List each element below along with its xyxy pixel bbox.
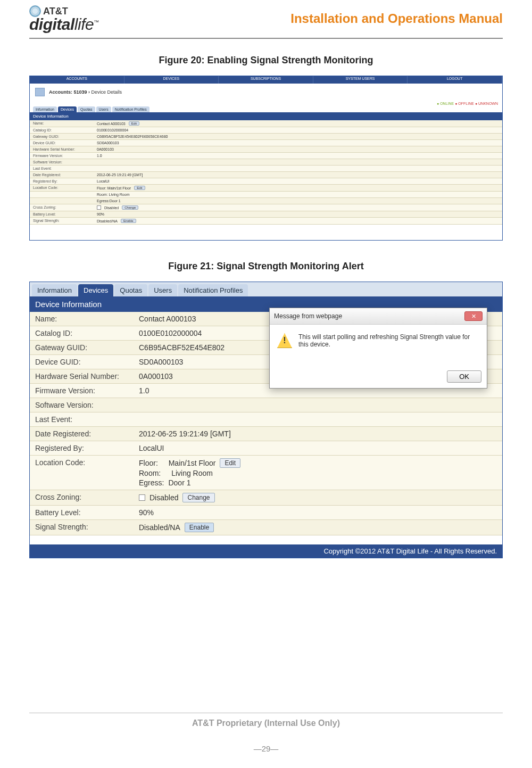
- header-rule: [29, 38, 503, 39]
- tab-information[interactable]: Information: [33, 106, 57, 112]
- nav-system-users[interactable]: SYSTEM USERS: [313, 76, 408, 84]
- tab-quotas[interactable]: Quotas: [78, 106, 95, 112]
- row-value: LocalUI: [134, 441, 502, 455]
- section-head: Device Information: [30, 112, 502, 120]
- table-row: Last Event:: [30, 412, 502, 427]
- row-value: 0A000103: [94, 146, 502, 152]
- row-label: Software Version:: [30, 159, 94, 165]
- row-label: Firmware Version:: [30, 384, 134, 398]
- checkbox[interactable]: [97, 205, 101, 210]
- table-row: Name:Contact A000103Edit: [30, 120, 502, 127]
- egress-value: Door 1: [168, 478, 190, 487]
- figure21-caption: Figure 21: Signal Strength Monitoring Al…: [29, 261, 503, 272]
- row-label: Last Event:: [30, 166, 94, 171]
- nav-accounts[interactable]: ACCOUNTS: [30, 76, 124, 84]
- row-value: Disabled/NAEnable: [94, 218, 502, 224]
- table-row: Registered By:LocalUI: [30, 441, 502, 456]
- table-row: Last Event:: [30, 166, 502, 172]
- change-cross-zoning-button[interactable]: Change: [182, 493, 214, 502]
- table-row: Catalog ID:0100E0102000004: [30, 127, 502, 134]
- room-label: Room:: [139, 469, 161, 477]
- table-row: Location Code:Floor: Main/1st FloorEdit: [30, 185, 502, 192]
- table-row: Device GUID:SD0A000103: [30, 140, 502, 146]
- row-value: DisabledChange: [94, 204, 502, 211]
- table-row: Gateway GUID:C6B95ACBF52E454E802F660658C…: [30, 134, 502, 140]
- row-label: Name:: [30, 312, 134, 326]
- dialog-close-button[interactable]: ✕: [464, 311, 483, 321]
- row-label: Registered By:: [30, 441, 134, 455]
- row-cross-zoning: Cross Zoning: Disabled Change: [30, 490, 502, 506]
- warning-icon: [277, 333, 292, 348]
- row-value: [134, 412, 502, 426]
- brand-line1: AT&T: [43, 7, 68, 15]
- edit-location-button[interactable]: Edit: [220, 458, 240, 468]
- tab21-users[interactable]: Users: [148, 284, 177, 296]
- row-label: Hardware Serial Number:: [30, 369, 134, 383]
- tab-notification-profiles[interactable]: Notification Profiles: [112, 106, 149, 112]
- nav-subscriptions[interactable]: SUBSCRIPTIONS: [219, 76, 313, 84]
- nav-devices[interactable]: DEVICES: [124, 76, 219, 84]
- row-signal-strength: Signal Strength: Disabled/NA Enable: [30, 520, 502, 535]
- manual-title: Installation and Operations Manual: [290, 11, 503, 26]
- row-value: Floor: Main/1st FloorEdit: [94, 185, 502, 191]
- tab-devices[interactable]: Devices: [58, 106, 77, 112]
- row-value: SD0A000103: [94, 140, 502, 146]
- row-label: Name:: [30, 120, 94, 127]
- row-label: Cross Zoning:: [30, 204, 94, 211]
- row-location: Location Code: Floor: Main/1st Floor Edi…: [30, 456, 502, 490]
- row-label: Date Registered:: [30, 427, 134, 441]
- tab21-quotas[interactable]: Quotas: [114, 284, 147, 296]
- dialog-message: This will start polling and refreshing S…: [298, 333, 479, 362]
- row-value: 2012-06-25 19:21:49 [GMT]: [134, 427, 502, 441]
- footer-rule: [29, 713, 503, 713]
- dialog-title: Message from webpage: [274, 312, 342, 320]
- enable-signal-button[interactable]: Enable: [185, 523, 214, 532]
- table-row: Registered By:LocalUI: [30, 178, 502, 185]
- row-label: Registered By:: [30, 178, 94, 184]
- row-button[interactable]: Edit: [134, 186, 145, 190]
- row-value: C6B95ACBF52E454E802F660658CE4680: [94, 134, 502, 139]
- breadcrumb-tail: Device Details: [90, 89, 122, 95]
- cross-zoning-checkbox[interactable]: [139, 494, 145, 501]
- label-cross-zoning: Cross Zoning:: [30, 490, 134, 505]
- row-label: Gateway GUID:: [30, 341, 134, 354]
- battery-value: 90%: [134, 506, 502, 519]
- row-value: LocalUI: [94, 178, 502, 184]
- table-row: Software Version:: [30, 398, 502, 412]
- row-value: 1.0: [94, 153, 502, 159]
- row-label: Firmware Version:: [30, 153, 94, 159]
- trademark: ™: [94, 19, 99, 25]
- label-battery: Battery Level:: [30, 506, 134, 519]
- row-label: Battery Level:: [30, 211, 94, 217]
- row-button[interactable]: Edit: [129, 121, 139, 126]
- account-icon: [35, 88, 45, 96]
- status-online: ● ONLINE: [437, 102, 454, 105]
- tab-users[interactable]: Users: [96, 106, 111, 112]
- row-label: Software Version:: [30, 398, 134, 412]
- table-row: Firmware Version:1.0: [30, 153, 502, 159]
- status-legend: ● ONLINE ● OFFLINE ● UNKNOWN: [30, 101, 502, 106]
- tab21-devices[interactable]: Devices: [78, 284, 113, 296]
- row-label: Catalog ID:: [30, 127, 94, 133]
- tab21-notification-profiles[interactable]: Notification Profiles: [178, 284, 248, 296]
- tab21-information[interactable]: Information: [32, 284, 77, 296]
- row-value: Contact A000103Edit: [94, 120, 502, 127]
- row-value: 0100E0102000004: [94, 127, 502, 133]
- floor-label: Floor:: [139, 459, 158, 467]
- row-button[interactable]: Change: [122, 205, 138, 210]
- dialog-ok-button[interactable]: OK: [447, 370, 481, 383]
- nav-logout[interactable]: LOGOUT: [408, 76, 502, 84]
- brand-line2a: digital: [29, 15, 74, 33]
- room-value: Living Room: [171, 469, 213, 477]
- main-nav: ACCOUNTS DEVICES SUBSCRIPTIONS SYSTEM US…: [30, 76, 502, 84]
- signal-strength-value: Disabled/NA: [139, 523, 180, 532]
- row-value: [134, 398, 502, 412]
- row-label: Signal Strength:: [30, 218, 94, 224]
- row-value: [94, 166, 502, 171]
- row-label: Device GUID:: [30, 355, 134, 369]
- breadcrumb-main: Accounts: 51039 ›: [49, 89, 90, 95]
- row-button[interactable]: Enable: [121, 219, 136, 223]
- status-offline: ● OFFLINE: [455, 102, 474, 105]
- row-battery: Battery Level: 90%: [30, 506, 502, 520]
- table-row: Date Registered:2012-06-25 19:21:49 [GMT…: [30, 172, 502, 178]
